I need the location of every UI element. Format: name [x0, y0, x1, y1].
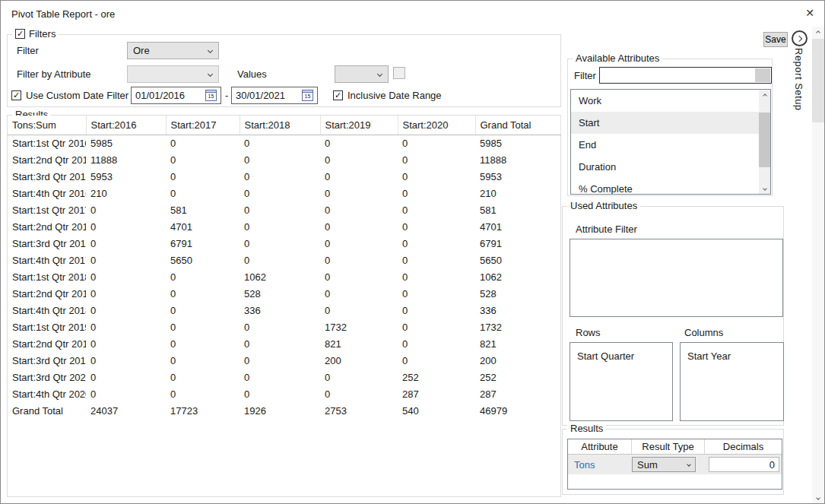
cell-value: 0	[240, 152, 320, 169]
scroll-down-icon[interactable]	[812, 492, 824, 503]
cell-value: 46979	[475, 403, 560, 420]
values-dropdown[interactable]	[335, 65, 389, 83]
scroll-thumb[interactable]	[759, 113, 770, 167]
collapse-panel-button[interactable]	[792, 30, 808, 46]
table-row[interactable]: Start:2nd Qtr 201611888000011888	[8, 152, 560, 169]
results-config-label: Results	[567, 423, 606, 434]
table-row[interactable]: Start:3rd Qtr 2016595300005953	[8, 169, 560, 185]
titlebar: Pivot Table Report - ore ✕	[1, 1, 824, 27]
cell-value: 5985	[86, 135, 166, 153]
cell-value: 0	[240, 236, 320, 252]
results-config-group: Results Attribute Result Type Decimals T…	[562, 429, 784, 495]
table-row[interactable]: Start:2nd Qtr 2017047010004701	[8, 219, 560, 236]
cell-value: 0	[240, 202, 320, 219]
results-table-body: Start:1st Qtr 2016598500005985Start:2nd …	[8, 135, 560, 420]
attribute-filter-input[interactable]	[599, 67, 772, 84]
report-setup-tab[interactable]: Report Setup	[793, 48, 804, 111]
attribute-list-item[interactable]: Work	[571, 90, 759, 112]
column-header[interactable]: Start:2019	[320, 116, 398, 135]
cell-value: 0	[166, 135, 240, 153]
decimals-value: 0	[769, 459, 775, 471]
use-custom-date-checkbox[interactable]: ✓ Use Custom Date Filter	[11, 90, 129, 101]
date-to-input[interactable]: 30/01/2021 15	[231, 87, 318, 104]
row-label: Start:4th Qtr 2018	[8, 303, 86, 319]
table-row[interactable]: Start:3rd Qtr 2017067910006791	[8, 236, 560, 252]
columns-box[interactable]: Start Year	[680, 342, 784, 421]
cell-value: 336	[475, 303, 560, 319]
column-header[interactable]: Tons:Sum	[8, 116, 86, 135]
table-row[interactable]: Start:4th Qtr 20200000287287	[8, 386, 560, 403]
values-checkbox[interactable]	[393, 67, 405, 79]
filter-by-attribute-dropdown[interactable]	[127, 65, 219, 83]
column-header[interactable]: Start:2020	[398, 116, 475, 135]
cell-value: 0	[320, 286, 398, 303]
table-row[interactable]: Start:3rd Qtr 20200000252252	[8, 369, 560, 386]
attribute-filter-section-label: Attribute Filter	[576, 223, 637, 235]
table-row[interactable]: Start:2nd Qtr 20180052800528	[8, 286, 560, 303]
row-label: Start:1st Qtr 2016	[8, 135, 86, 153]
attribute-box-item[interactable]: Start Quarter	[570, 343, 672, 362]
table-row[interactable]: Start:1st Qtr 20170581000581	[8, 202, 560, 219]
cell-value: 0	[86, 269, 166, 286]
column-header[interactable]: Start:2016	[86, 116, 166, 135]
table-row[interactable]: Start:4th Qtr 20180033600336	[8, 303, 560, 319]
cell-value: 287	[475, 386, 560, 403]
cell-value: 0	[86, 303, 166, 319]
filter-input-button[interactable]	[755, 68, 770, 82]
column-header[interactable]: Start:2017	[166, 116, 240, 135]
attribute-name[interactable]: Tons	[568, 459, 632, 471]
table-row[interactable]: Start:4th Qtr 2017056500005650	[8, 252, 560, 269]
calendar-icon[interactable]: 15	[205, 90, 217, 101]
attribute-filter-box[interactable]	[570, 239, 783, 317]
scroll-thumb[interactable]	[812, 39, 824, 122]
cell-value: 0	[86, 353, 166, 369]
list-scrollbar[interactable]	[759, 90, 770, 194]
window-scrollbar[interactable]	[812, 27, 824, 503]
table-row[interactable]: Start:3rd Qtr 20190002000200	[8, 353, 560, 369]
scroll-up-icon[interactable]	[812, 27, 824, 38]
attribute-list-item[interactable]: % Complete	[571, 178, 759, 195]
cell-value: 0	[86, 202, 166, 219]
table-row[interactable]: Start:1st Qtr 2019000173201732	[8, 319, 560, 336]
scroll-down-icon[interactable]	[759, 182, 770, 194]
result-type-dropdown[interactable]: Sum	[632, 457, 696, 472]
filters-checkbox[interactable]: ✓ Filters	[12, 28, 59, 40]
calendar-icon-top	[303, 90, 313, 93]
attribute-list-item[interactable]: End	[571, 134, 759, 156]
inclusive-date-range-checkbox[interactable]: ✓ Inclusive Date Range	[333, 90, 442, 101]
table-row[interactable]: Start:1st Qtr 2016598500005985	[8, 135, 560, 153]
cell-value: 0	[86, 219, 166, 236]
available-attributes-list[interactable]: WorkStartEndDuration% Complete	[570, 89, 771, 195]
row-label: Start:2nd Qtr 2019	[8, 336, 86, 353]
attribute-list-item[interactable]: Start	[571, 112, 759, 134]
column-header[interactable]: Start:2018	[240, 116, 320, 135]
cell-value: 0	[398, 236, 475, 252]
table-row[interactable]: Grand Total24037177231926275354046979	[8, 403, 560, 420]
cell-value: 0	[166, 152, 240, 169]
date-from-input[interactable]: 01/01/2016 15	[131, 87, 221, 104]
calendar-icon[interactable]: 15	[302, 90, 313, 101]
cell-value: 0	[320, 185, 398, 202]
decimals-input[interactable]: 0	[709, 457, 779, 472]
cell-value: 6791	[475, 236, 560, 252]
cell-value: 0	[398, 219, 475, 236]
cell-value: 0	[166, 353, 240, 369]
rows-box[interactable]: Start Quarter	[570, 342, 673, 421]
table-row[interactable]: Start:2nd Qtr 20190008210821	[8, 336, 560, 353]
scroll-up-icon[interactable]	[759, 90, 770, 101]
results-config-row[interactable]: Tons Sum 0	[568, 455, 782, 474]
filter-dropdown[interactable]: Ore	[127, 42, 219, 59]
row-label: Start:3rd Qtr 2016	[8, 169, 86, 185]
window-title: Pivot Table Report - ore	[11, 8, 115, 20]
results-config-table: Attribute Result Type Decimals Tons Sum …	[567, 439, 782, 490]
inclusive-date-range-label: Inclusive Date Range	[347, 90, 442, 101]
row-label: Start:4th Qtr 2020	[8, 386, 86, 403]
decimals-column-header: Decimals	[705, 439, 782, 454]
column-header[interactable]: Grand Total	[475, 116, 560, 135]
close-icon[interactable]: ✕	[805, 7, 814, 19]
save-button[interactable]: Save	[763, 32, 788, 47]
attribute-list-item[interactable]: Duration	[571, 156, 759, 178]
table-row[interactable]: Start:1st Qtr 2018001062001062	[8, 269, 560, 286]
table-row[interactable]: Start:4th Qtr 20162100000210	[8, 185, 560, 202]
attribute-box-item[interactable]: Start Year	[681, 343, 783, 362]
